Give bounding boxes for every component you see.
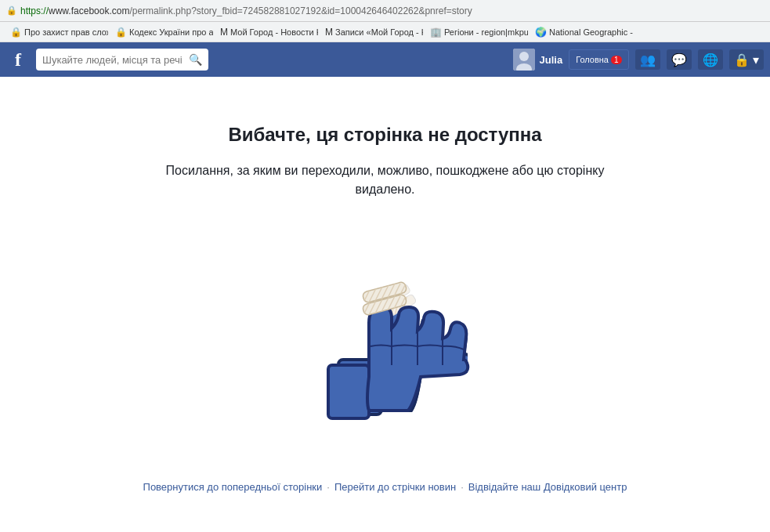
separator-2: · (461, 481, 464, 493)
url-domain: www.facebook.com (49, 5, 129, 16)
user-area: Julia (513, 49, 563, 71)
bookmark-label: National Geographic - д (549, 27, 633, 37)
bookmark-item[interactable]: MМой Город - Новости Н (216, 26, 318, 38)
page-content: Вибачте, ця сторінка не доступна Посилан… (0, 77, 770, 524)
bookmark-icon: M (325, 27, 333, 38)
bookmark-label: Про захист прав сложі (24, 27, 108, 37)
notification-badge: 1 (611, 56, 622, 64)
home-button[interactable]: Головна 1 (569, 49, 628, 70)
thumb-illustration (295, 238, 475, 434)
bookmark-label: Кодекс України про ад (129, 27, 213, 37)
help-link[interactable]: Відвідайте наш Довідковий центр (468, 481, 627, 493)
avatar (513, 49, 535, 71)
globe-button[interactable]: 🌐 (698, 49, 723, 70)
footer-links: Повернутися до попередньої сторінки · Пе… (143, 481, 627, 493)
bookmark-icon: 🏢 (430, 27, 442, 38)
address-bar: 🔒 https://www.facebook.com/permalink.php… (0, 0, 770, 22)
bookmark-icon: 🔒 (10, 27, 22, 38)
svg-line-38 (352, 296, 362, 315)
separator-1: · (327, 481, 330, 493)
bookmark-label: Записи «Мой Город - Н (335, 27, 423, 37)
bookmarks-bar: 🔒Про захист прав сложі🔒Кодекс України пр… (0, 22, 770, 42)
bookmark-icon: 🌍 (535, 27, 547, 38)
url-path: /permalink.php?story_fbid=72458288102719… (129, 5, 472, 16)
bookmark-label: Регіони - region|mkpub (444, 27, 528, 37)
bookmark-item[interactable]: MЗаписи «Мой Город - Н (321, 26, 423, 38)
bookmark-item[interactable]: 🌍National Geographic - д (531, 26, 633, 38)
bookmark-label: Мой Город - Новости Н (230, 27, 318, 37)
search-button[interactable]: 🔍 (189, 53, 202, 66)
friends-button[interactable]: 👥 (635, 49, 660, 70)
lock-icon: 🔒 (6, 5, 17, 16)
error-title: Вибачте, ця сторінка не доступна (228, 124, 541, 146)
bookmark-icon: M (220, 27, 228, 38)
bookmark-item[interactable]: 🏢Регіони - region|mkpub (426, 26, 528, 38)
search-box[interactable]: 🔍 (36, 49, 208, 71)
svg-rect-20 (328, 365, 369, 418)
bookmark-icon: 🔒 (115, 27, 127, 38)
bookmark-item[interactable]: 🔒Про захист прав сложі (6, 26, 108, 38)
facebook-navbar: f 🔍 Julia Головна 1 👥 💬 🌐 🔒 ▾ (0, 42, 770, 77)
svg-point-1 (519, 52, 529, 61)
nav-right: Julia Головна 1 👥 💬 🌐 🔒 ▾ (513, 49, 764, 71)
url-https: https:// (20, 5, 49, 16)
back-link[interactable]: Повернутися до попередньої сторінки (143, 481, 323, 493)
home-label: Головна (576, 55, 609, 64)
error-subtitle: Посилання, за яким ви переходили, можлив… (150, 161, 620, 199)
svg-line-27 (352, 284, 362, 302)
facebook-logo: f (6, 49, 30, 71)
user-name: Julia (540, 54, 563, 66)
search-input[interactable] (42, 54, 186, 66)
newsfeed-link[interactable]: Перейти до стрічки новин (334, 481, 456, 493)
bookmark-item[interactable]: 🔒Кодекс України про ад (111, 26, 213, 38)
messages-button[interactable]: 💬 (667, 49, 692, 70)
settings-button[interactable]: 🔒 ▾ (729, 49, 764, 70)
